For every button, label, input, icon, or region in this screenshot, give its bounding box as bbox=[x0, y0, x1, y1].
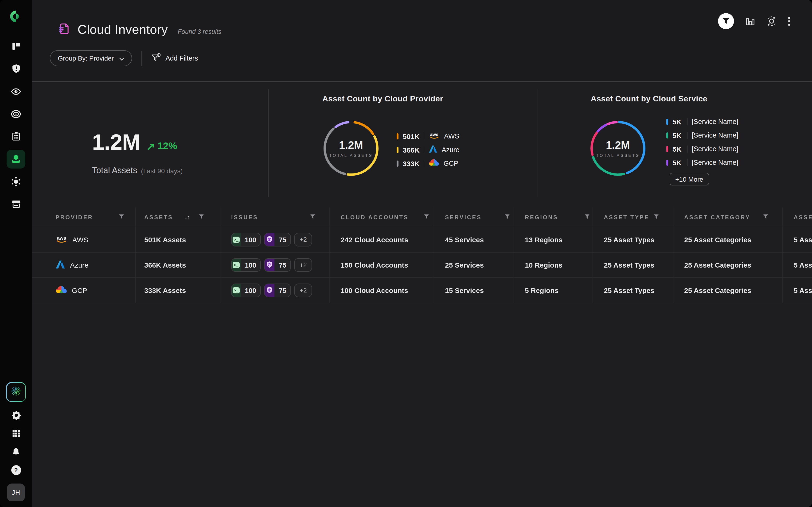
sidebar-item-alerts[interactable] bbox=[11, 64, 21, 74]
legend-tick bbox=[397, 147, 399, 153]
filter-funnel-icon[interactable] bbox=[763, 214, 768, 220]
regions-cell: 5 Regions bbox=[514, 278, 593, 303]
sidebar-item-inventory[interactable] bbox=[7, 150, 26, 168]
filter-funnel-icon[interactable] bbox=[199, 214, 204, 220]
legend-value: 333K bbox=[403, 159, 420, 167]
legend-tick bbox=[397, 160, 399, 166]
asset-category-cell: 25 Asset Categories bbox=[673, 252, 783, 277]
legend-item[interactable]: 5K [Service Name] bbox=[666, 144, 738, 154]
sidebar-item-help[interactable]: ? bbox=[11, 465, 21, 475]
filter-funnel-icon[interactable] bbox=[310, 214, 315, 220]
legend-item[interactable]: 501K aws AWS bbox=[397, 131, 460, 141]
orca-logo-icon[interactable] bbox=[10, 10, 22, 22]
sidebar-item-dashboards[interactable] bbox=[11, 41, 21, 51]
filter-funnel-icon[interactable] bbox=[505, 214, 510, 220]
cloud-accounts-cell: 150 Cloud Accounts bbox=[330, 252, 434, 277]
column-header-asset-type[interactable]: ASSET TYPE bbox=[593, 208, 673, 227]
filter-funnel-icon[interactable] bbox=[654, 214, 659, 220]
kebab-menu-button[interactable] bbox=[788, 17, 791, 25]
column-header-issues[interactable]: ISSUES bbox=[220, 208, 330, 227]
legend-item[interactable]: 5K [Service Name] bbox=[666, 117, 738, 126]
asset-type-cell: 25 Asset Types bbox=[593, 227, 673, 252]
table-row[interactable]: aws AWS 501K Assets >_ 100 75 +2 bbox=[32, 227, 812, 252]
sidebar-item-ai[interactable] bbox=[6, 382, 26, 402]
report-doc-icon bbox=[58, 22, 70, 37]
more-issues-chip[interactable]: +2 bbox=[294, 284, 312, 297]
svg-text:aws: aws bbox=[430, 132, 439, 136]
issues-cell: >_ 100 75 +2 bbox=[220, 278, 330, 303]
asset-type-cell: 25 Asset Types bbox=[593, 278, 673, 303]
group-by-dropdown[interactable]: Group By: Provider bbox=[50, 50, 132, 66]
column-header-clipped[interactable]: ASSE bbox=[783, 208, 812, 227]
sidebar-item-radar[interactable] bbox=[11, 109, 21, 119]
legend-item[interactable]: 333K GCP bbox=[397, 159, 460, 168]
provider-donut-chart[interactable]: 1.2M TOTAL ASSETS bbox=[323, 120, 379, 176]
azure-logo-icon bbox=[428, 145, 438, 155]
sidebar-item-notifications[interactable] bbox=[11, 447, 21, 457]
shield-score-chip[interactable]: 75 bbox=[264, 233, 291, 246]
cloud-accounts-cell: 242 Cloud Accounts bbox=[330, 227, 434, 252]
asset-category-cell: 25 Asset Categories bbox=[673, 278, 783, 303]
svg-text:aws: aws bbox=[57, 235, 66, 240]
chart-title: Asset Count by Cloud Provider bbox=[322, 94, 443, 104]
column-header-services[interactable]: SERVICES bbox=[434, 208, 514, 227]
bell-icon bbox=[11, 447, 21, 457]
legend-label: GCP bbox=[444, 160, 458, 167]
column-header-assets[interactable]: ASSETS ↓↑ bbox=[136, 208, 220, 227]
filter-button[interactable] bbox=[718, 13, 734, 29]
table-row[interactable]: GCP 333K Assets >_ 100 75 +2 bbox=[32, 278, 812, 303]
shield-swirl-icon bbox=[266, 286, 272, 294]
legend-item[interactable]: 366K Azure bbox=[397, 145, 460, 155]
column-header-cloud-accounts[interactable]: CLOUD ACCOUNTS bbox=[330, 208, 434, 227]
legend-value: 5K bbox=[672, 118, 683, 125]
terminal-score-chip[interactable]: >_ 100 bbox=[231, 233, 261, 246]
trend-value: 12% bbox=[157, 140, 177, 152]
chart-title: Asset Count by Cloud Service bbox=[591, 94, 707, 104]
column-header-provider[interactable]: PROVIDER bbox=[55, 208, 136, 227]
filter-funnel-icon[interactable] bbox=[119, 214, 124, 220]
legend-separator bbox=[424, 133, 424, 139]
user-avatar[interactable]: JH bbox=[7, 484, 25, 501]
clipped-cell: 5 Ass bbox=[783, 252, 812, 277]
more-services-button[interactable]: +10 More bbox=[670, 173, 709, 185]
legend-tick bbox=[666, 159, 668, 165]
legend-item[interactable]: 5K [Service Name] bbox=[666, 158, 738, 167]
more-issues-chip[interactable]: +2 bbox=[294, 258, 312, 272]
sidebar-item-apps[interactable] bbox=[11, 429, 20, 439]
legend-tick bbox=[666, 132, 668, 138]
sidebar-item-marketplace[interactable] bbox=[11, 199, 21, 209]
service-chart-section: Asset Count by Cloud Service 1.2M TOTAL … bbox=[538, 82, 812, 208]
gear-icon bbox=[11, 410, 21, 420]
bar-chart-button[interactable] bbox=[745, 16, 755, 26]
refresh-button[interactable] bbox=[766, 16, 777, 26]
aws-logo-icon: aws bbox=[55, 234, 68, 245]
sidebar-item-settings[interactable] bbox=[11, 410, 21, 420]
column-header-asset-category[interactable]: ASSET CATEGORY bbox=[673, 208, 783, 227]
legend-label: [Service Name] bbox=[692, 118, 738, 125]
sidebar-item-visibility[interactable] bbox=[11, 87, 21, 96]
shield-score-chip[interactable]: 75 bbox=[264, 258, 291, 272]
shield-score-chip[interactable]: 75 bbox=[264, 284, 291, 297]
table-row[interactable]: Azure 366K Assets >_ 100 75 +2 bbox=[32, 252, 812, 278]
issues-cell: >_ 100 75 +2 bbox=[220, 252, 330, 277]
legend-tick bbox=[666, 119, 668, 125]
provider-cell: Azure bbox=[55, 252, 136, 277]
sidebar: ? JH bbox=[0, 0, 32, 507]
sidebar-item-attack-surface[interactable] bbox=[11, 176, 21, 186]
filter-funnel-icon[interactable] bbox=[424, 214, 429, 220]
filter-funnel-icon[interactable] bbox=[585, 214, 590, 220]
provider-cell: aws AWS bbox=[55, 227, 136, 252]
services-cell: 45 Services bbox=[434, 227, 514, 252]
legend-item[interactable]: 5K [Service Name] bbox=[666, 130, 738, 140]
sidebar-item-compliance[interactable] bbox=[11, 131, 21, 141]
terminal-score-chip[interactable]: >_ 100 bbox=[231, 284, 261, 297]
column-header-regions[interactable]: REGIONS bbox=[514, 208, 593, 227]
add-filters-button[interactable]: Add Filters bbox=[151, 53, 198, 64]
aws-logo-icon: aws bbox=[428, 131, 440, 141]
terminal-score-chip[interactable]: >_ 100 bbox=[231, 258, 261, 272]
sort-icon[interactable]: ↓↑ bbox=[184, 214, 189, 220]
legend-value: 5K bbox=[672, 145, 683, 153]
more-issues-chip[interactable]: +2 bbox=[294, 233, 312, 246]
service-donut-chart[interactable]: 1.2M TOTAL ASSETS bbox=[590, 120, 646, 176]
provider-chart-section: Asset Count by Cloud Provider 1.2M TOTAL… bbox=[269, 82, 538, 208]
